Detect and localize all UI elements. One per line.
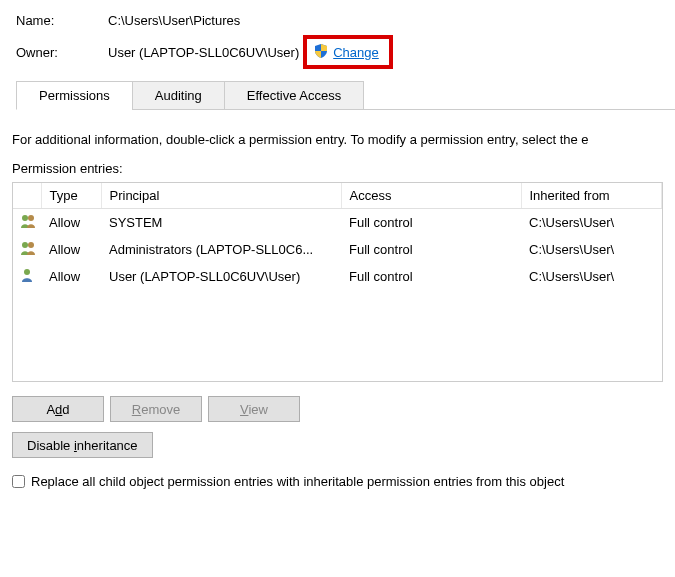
col-principal[interactable]: Principal (101, 183, 341, 209)
change-owner-link[interactable]: Change (333, 45, 379, 60)
disable-inheritance-button[interactable]: Disable inheritance (12, 432, 153, 458)
tab-auditing[interactable]: Auditing (132, 81, 225, 110)
cell-type: Allow (41, 209, 101, 237)
col-type[interactable]: Type (41, 183, 101, 209)
svg-point-1 (28, 215, 34, 221)
cell-access: Full control (341, 236, 521, 263)
replace-all-checkbox[interactable] (12, 475, 25, 488)
remove-button[interactable]: Remove (110, 396, 202, 422)
cell-access: Full control (341, 209, 521, 237)
cell-inherited: C:\Users\User\ (521, 209, 662, 237)
description-text: For additional information, double-click… (0, 110, 675, 147)
view-button[interactable]: View (208, 396, 300, 422)
entries-label: Permission entries: (0, 147, 675, 182)
user-icon (19, 267, 35, 286)
cell-principal: SYSTEM (101, 209, 341, 237)
svg-point-3 (28, 242, 34, 248)
tab-permissions[interactable]: Permissions (16, 81, 133, 110)
group-icon (19, 213, 37, 232)
svg-point-4 (24, 269, 30, 275)
table-row[interactable]: AllowUser (LAPTOP-SLL0C6UV\User)Full con… (13, 263, 662, 290)
col-access[interactable]: Access (341, 183, 521, 209)
cell-principal: User (LAPTOP-SLL0C6UV\User) (101, 263, 341, 290)
change-owner-highlight: Change (303, 35, 393, 69)
table-row[interactable]: AllowAdministrators (LAPTOP-SLL0C6...Ful… (13, 236, 662, 263)
cell-type: Allow (41, 236, 101, 263)
col-icon[interactable] (13, 183, 41, 209)
cell-inherited: C:\Users\User\ (521, 236, 662, 263)
cell-type: Allow (41, 263, 101, 290)
shield-icon (313, 43, 329, 62)
owner-value: User (LAPTOP-SLL0C6UV\User) (108, 45, 299, 60)
cell-inherited: C:\Users\User\ (521, 263, 662, 290)
owner-label: Owner: (16, 45, 108, 60)
svg-point-0 (22, 215, 28, 221)
tab-effective-access[interactable]: Effective Access (224, 81, 364, 110)
group-icon (19, 240, 37, 259)
add-button[interactable]: Add (12, 396, 104, 422)
cell-access: Full control (341, 263, 521, 290)
table-row[interactable]: AllowSYSTEMFull controlC:\Users\User\ (13, 209, 662, 237)
name-value: C:\Users\User\Pictures (108, 13, 240, 28)
col-inherited[interactable]: Inherited from (521, 183, 662, 209)
permissions-grid[interactable]: Type Principal Access Inherited from All… (12, 182, 663, 382)
svg-point-2 (22, 242, 28, 248)
replace-all-label[interactable]: Replace all child object permission entr… (31, 474, 564, 489)
cell-principal: Administrators (LAPTOP-SLL0C6... (101, 236, 341, 263)
name-label: Name: (16, 13, 108, 28)
